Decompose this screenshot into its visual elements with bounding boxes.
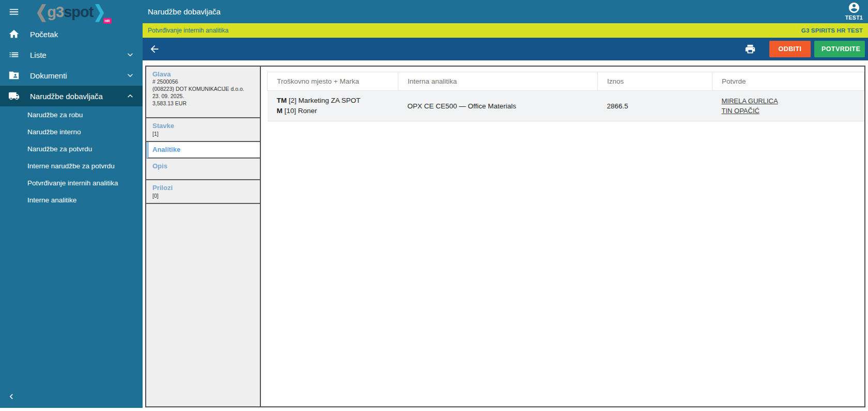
tab-analitike[interactable]: Analitike [146,142,260,159]
tab-stavke[interactable]: Stavke [1] [146,118,260,142]
document-total: 3,583.13 EUR [152,100,254,107]
chevron-up-icon [125,91,135,101]
sidebar-subitem-interne-narudzbe-za-potvrdu[interactable]: Interne narudžbe za potvrdu [0,157,143,175]
sidebar-item-label: Liste [30,51,47,59]
sidebar-header: ❮g3spot❯ HR [0,0,143,24]
tab-glava[interactable]: Glava # 2500056 (008223) DOT KOMUNIKACIJ… [146,67,260,118]
back-button[interactable] [149,43,160,55]
sidebar: ❮g3spot❯ HR Početak Liste [0,0,143,408]
reject-button[interactable]: ODBITI [769,41,811,57]
approver-link[interactable]: MIRELA GURLICA [722,96,778,106]
cell-potvrde: MIRELA GURLICA TIN OPAČIĆ [712,91,864,121]
sidebar-nav: Početak Liste Dokumenti [0,24,143,209]
breadcrumb: Potvrđivanje internih analitika [148,27,228,34]
sidebar-subitem-narudzbe-za-potvrdu[interactable]: Narudžbe za potvrdu [0,140,143,157]
menu-icon[interactable] [6,4,22,20]
subitem-label: Interne analitike [27,196,76,204]
column-header-troskovno-mjesto: Troškovno mjesto + Marka [268,72,398,91]
table-row: TM [2] Marketing ZA SPOT M [10] Roner OP… [268,91,864,121]
print-button[interactable] [745,43,756,55]
context-banner: Potvrđivanje internih analitika G3 SPIRI… [143,23,868,38]
sidebar-item-label: Dokumenti [30,71,67,80]
user-menu[interactable]: TEST1 [845,2,863,21]
analytics-table: Troškovno mjesto + Marka Interna analiti… [267,72,864,121]
confirm-button[interactable]: POTVRDITE [814,41,865,57]
document-date: 23. 09. 2025. [152,92,254,100]
username-label: TEST1 [845,14,863,21]
cell-iznos: 2866.5 [598,91,712,121]
cell-interna-analitika: OPX CE CE500 — Office Materials [398,91,598,121]
app-logo[interactable]: ❮g3spot❯ HR [35,5,105,20]
sidebar-subitem-potvrdjivanje-internih-analitika[interactable]: Potvrđivanje internih analitika [0,175,143,192]
documents-icon [8,70,20,81]
sidebar-item-label: Narudžbe dobavljača [30,92,103,101]
subitem-label: Narudžbe interno [27,128,81,136]
analytics-panel: Troškovno mjesto + Marka Interna analiti… [261,67,864,406]
approver-link[interactable]: TIN OPAČIĆ [722,106,760,116]
document-frame: Glava # 2500056 (008223) DOT KOMUNIKACIJ… [145,66,865,407]
company-label: G3 SPIRITS HR TEST [801,27,863,34]
chevron-down-icon [125,70,135,81]
list-icon [8,49,20,60]
app-window: ❮g3spot❯ HR Početak Liste [0,0,868,411]
column-header-iznos: Iznos [598,72,712,91]
tab-label: Glava [152,70,254,78]
logo-hr-badge: HR [103,18,112,24]
sidebar-collapse-button[interactable] [6,391,17,402]
supplier-name: (008223) DOT KOMUNIKACIJE d.o.o. [152,85,254,92]
subitem-label: Narudžbe za potvrdu [27,145,92,153]
column-header-potvrde: Potvrde [712,72,864,91]
tab-label: Analitike [152,146,254,153]
arrow-left-icon [149,43,160,55]
top-header: Narudžbe dobavljača TEST1 [143,0,868,23]
document-number: # 2500056 [152,78,254,85]
printer-icon [745,43,756,55]
action-toolbar: ODBITI POTVRDITE [143,38,868,60]
truck-icon [8,90,20,102]
sidebar-item-dokumenti[interactable]: Dokumenti [0,65,143,86]
tab-prilozi[interactable]: Prilozi [0] [146,180,260,204]
sidebar-subitem-interne-analitike[interactable]: Interne analitike [0,192,143,209]
tab-count: [1] [152,131,254,137]
sidebar-subitem-narudzbe-interno[interactable]: Narudžbe interno [0,123,143,140]
marka-text: [10] Roner [283,107,317,115]
chevron-down-icon [125,50,135,60]
hamburger-icon [8,6,20,18]
sidebar-subitem-narudzbe-za-robu[interactable]: Narudžbe za robu [0,106,143,123]
tab-label: Opis [152,162,254,170]
subitem-label: Potvrđivanje internih analitika [27,179,118,187]
cell-troskovno-mjesto: TM [2] Marketing ZA SPOT M [10] Roner [268,91,398,121]
column-header-interna-analitika: Interna analitika [398,72,598,91]
sidebar-item-label: Početak [30,30,58,39]
chevron-left-icon [6,391,17,402]
tab-label: Stavke [152,122,254,130]
tab-count: [0] [152,193,254,199]
sidebar-item-pocetak[interactable]: Početak [0,24,143,44]
account-icon [848,2,860,14]
tm-text: [2] Marketing ZA SPOT [287,97,361,104]
sidebar-item-liste[interactable]: Liste [0,44,143,65]
logo-text-spot: spot [64,5,93,20]
logo-text-g3: g3 [47,5,64,20]
subitem-label: Narudžbe za robu [27,111,83,119]
table-header-row: Troškovno mjesto + Marka Interna analiti… [268,72,864,91]
sidebar-item-narudzbe-dobavljaca[interactable]: Narudžbe dobavljača [0,86,143,106]
marka-code: M [277,107,283,115]
logo-chevron-left: ❮ [35,3,47,20]
tab-label: Prilozi [152,184,254,192]
document-tab-column: Glava # 2500056 (008223) DOT KOMUNIKACIJ… [146,67,261,406]
page-title: Narudžbe dobavljača [143,7,221,16]
tm-code: TM [277,97,287,104]
subitem-label: Interne narudžbe za potvrdu [27,162,115,170]
tab-opis[interactable]: Opis [146,159,260,180]
tab-column-filler [146,204,260,406]
home-icon [8,28,20,40]
